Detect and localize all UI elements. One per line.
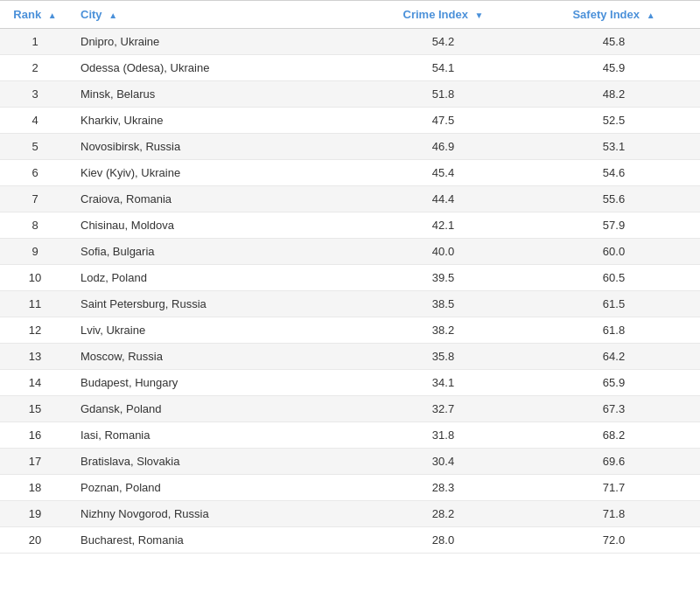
crime-cell: 38.5 — [359, 291, 528, 317]
table-row: 11Saint Petersburg, Russia38.561.5 — [0, 291, 700, 317]
table-row: 8Chisinau, Moldova42.157.9 — [0, 212, 700, 239]
crime-cell: 45.4 — [359, 160, 528, 186]
city-cell[interactable]: Poznan, Poland — [70, 475, 359, 501]
safety-cell: 64.2 — [528, 344, 700, 370]
rank-cell: 5 — [0, 134, 70, 160]
table-row: 5Novosibirsk, Russia46.953.1 — [0, 134, 700, 160]
city-cell[interactable]: Dnipro, Ukraine — [70, 29, 359, 55]
safety-cell: 45.8 — [528, 29, 700, 55]
table-row: 1Dnipro, Ukraine54.245.8 — [0, 29, 700, 55]
crime-header[interactable]: Crime Index ▼ — [359, 1, 528, 29]
rankings-table: Rank ▲ City ▲ Crime Index ▼ Safety Index… — [0, 0, 700, 554]
rank-sort-icon: ▲ — [48, 10, 57, 20]
safety-cell: 67.3 — [528, 396, 700, 422]
rank-cell: 4 — [0, 108, 70, 134]
table-row: 9Sofia, Bulgaria40.060.0 — [0, 239, 700, 265]
rank-header[interactable]: Rank ▲ — [0, 1, 70, 29]
safety-header-label: Safety Index — [572, 8, 640, 21]
safety-cell: 72.0 — [528, 527, 700, 554]
crime-cell: 28.2 — [359, 501, 528, 527]
city-header[interactable]: City ▲ — [70, 1, 359, 29]
city-cell[interactable]: Budapest, Hungary — [70, 370, 359, 396]
crime-cell: 31.8 — [359, 422, 528, 449]
crime-cell: 35.8 — [359, 344, 528, 370]
crime-cell: 32.7 — [359, 396, 528, 422]
city-cell[interactable]: Chisinau, Moldova — [70, 212, 359, 239]
crime-cell: 44.4 — [359, 186, 528, 212]
table-row: 10Lodz, Poland39.560.5 — [0, 265, 700, 291]
crime-cell: 39.5 — [359, 265, 528, 291]
city-cell[interactable]: Moscow, Russia — [70, 344, 359, 370]
rank-cell: 13 — [0, 344, 70, 370]
city-cell[interactable]: Lodz, Poland — [70, 265, 359, 291]
crime-cell: 54.1 — [359, 55, 528, 81]
crime-cell: 42.1 — [359, 212, 528, 239]
table-row: 20Bucharest, Romania28.072.0 — [0, 527, 700, 554]
city-cell[interactable]: Sofia, Bulgaria — [70, 239, 359, 265]
rank-cell: 17 — [0, 449, 70, 475]
city-cell[interactable]: Lviv, Ukraine — [70, 317, 359, 344]
city-cell[interactable]: Kiev (Kyiv), Ukraine — [70, 160, 359, 186]
rank-cell: 16 — [0, 422, 70, 449]
rank-cell: 1 — [0, 29, 70, 55]
rank-cell: 19 — [0, 501, 70, 527]
city-header-label: City — [80, 8, 102, 21]
safety-header[interactable]: Safety Index ▲ — [528, 1, 700, 29]
table-row: 4Kharkiv, Ukraine47.552.5 — [0, 108, 700, 134]
crime-cell: 38.2 — [359, 317, 528, 344]
rank-cell: 18 — [0, 475, 70, 501]
table-row: 17Bratislava, Slovakia30.469.6 — [0, 449, 700, 475]
safety-cell: 71.8 — [528, 501, 700, 527]
crime-cell: 34.1 — [359, 370, 528, 396]
city-cell[interactable]: Iasi, Romania — [70, 422, 359, 449]
rank-cell: 9 — [0, 239, 70, 265]
city-cell[interactable]: Nizhny Novgorod, Russia — [70, 501, 359, 527]
city-cell[interactable]: Novosibirsk, Russia — [70, 134, 359, 160]
rank-cell: 14 — [0, 370, 70, 396]
safety-cell: 45.9 — [528, 55, 700, 81]
table-row: 16Iasi, Romania31.868.2 — [0, 422, 700, 449]
city-cell[interactable]: Saint Petersburg, Russia — [70, 291, 359, 317]
table-row: 3Minsk, Belarus51.848.2 — [0, 81, 700, 108]
rank-cell: 8 — [0, 212, 70, 239]
safety-cell: 71.7 — [528, 475, 700, 501]
rank-cell: 6 — [0, 160, 70, 186]
safety-cell: 54.6 — [528, 160, 700, 186]
safety-cell: 60.0 — [528, 239, 700, 265]
crime-cell: 51.8 — [359, 81, 528, 108]
rank-cell: 3 — [0, 81, 70, 108]
city-cell[interactable]: Gdansk, Poland — [70, 396, 359, 422]
safety-cell: 68.2 — [528, 422, 700, 449]
crime-cell: 54.2 — [359, 29, 528, 55]
rank-cell: 12 — [0, 317, 70, 344]
crime-cell: 46.9 — [359, 134, 528, 160]
crime-cell: 40.0 — [359, 239, 528, 265]
safety-cell: 53.1 — [528, 134, 700, 160]
crime-cell: 28.3 — [359, 475, 528, 501]
safety-cell: 61.8 — [528, 317, 700, 344]
table-row: 19Nizhny Novgorod, Russia28.271.8 — [0, 501, 700, 527]
safety-cell: 60.5 — [528, 265, 700, 291]
rank-header-label: Rank — [13, 8, 41, 21]
city-cell[interactable]: Bratislava, Slovakia — [70, 449, 359, 475]
table-row: 7Craiova, Romania44.455.6 — [0, 186, 700, 212]
city-sort-icon: ▲ — [108, 10, 117, 20]
safety-cell: 65.9 — [528, 370, 700, 396]
city-cell[interactable]: Craiova, Romania — [70, 186, 359, 212]
city-cell[interactable]: Odessa (Odesa), Ukraine — [70, 55, 359, 81]
safety-sort-icon: ▲ — [647, 10, 655, 20]
city-cell[interactable]: Bucharest, Romania — [70, 527, 359, 554]
table-row: 13Moscow, Russia35.864.2 — [0, 344, 700, 370]
rank-cell: 20 — [0, 527, 70, 554]
city-cell[interactable]: Minsk, Belarus — [70, 81, 359, 108]
safety-cell: 57.9 — [528, 212, 700, 239]
crime-cell: 28.0 — [359, 527, 528, 554]
crime-cell: 30.4 — [359, 449, 528, 475]
table-header-row: Rank ▲ City ▲ Crime Index ▼ Safety Index… — [0, 1, 700, 29]
city-cell[interactable]: Kharkiv, Ukraine — [70, 108, 359, 134]
rank-cell: 7 — [0, 186, 70, 212]
rank-cell: 10 — [0, 265, 70, 291]
safety-cell: 52.5 — [528, 108, 700, 134]
safety-cell: 69.6 — [528, 449, 700, 475]
table-row: 15Gdansk, Poland32.767.3 — [0, 396, 700, 422]
